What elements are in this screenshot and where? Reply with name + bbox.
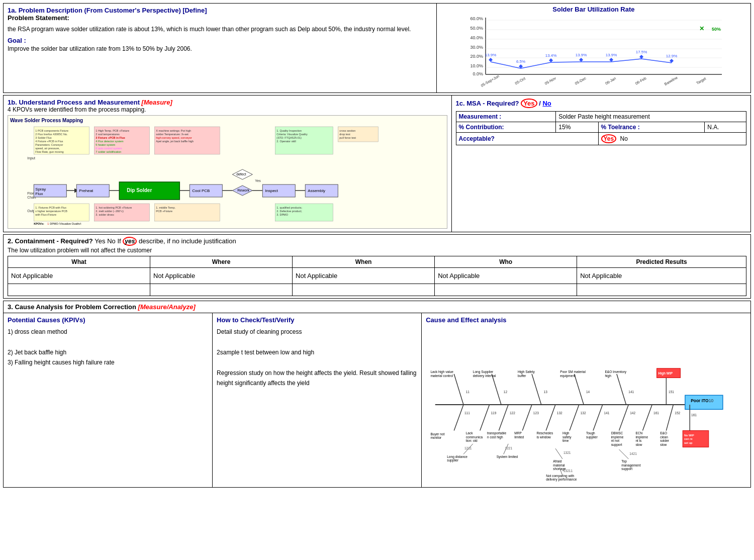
svg-text:2. Operator skill: 2. Operator skill xyxy=(276,140,296,143)
contribution-label: % Contribution: xyxy=(456,122,556,133)
svg-line-176 xyxy=(593,405,603,431)
svg-text:4 Flux detector system: 4 Flux detector system xyxy=(96,140,124,143)
solder-bar-chart-container: Solder Bar Utilization Rate 60.0% 50.0% … xyxy=(437,4,750,92)
section-1a: 1a. Problem Description (From Customer's… xyxy=(4,4,437,92)
row2-when xyxy=(293,284,435,296)
svg-text:1 High Temp. PCB +Fixture: 1 High Temp. PCB +Fixture xyxy=(96,129,129,132)
svg-marker-27 xyxy=(670,59,674,63)
svg-line-171 xyxy=(570,405,579,431)
svg-text:7 solder solidification: 7 solder solidification xyxy=(96,150,121,153)
svg-text:05-Dec: 05-Dec xyxy=(574,76,587,86)
svg-text:n cost high: n cost high xyxy=(487,435,503,439)
svg-text:2. melt solder (~260°c): 2. melt solder (~260°c) xyxy=(96,210,124,213)
svg-text:10: 10 xyxy=(709,398,714,403)
svg-text:clean: clean xyxy=(660,435,668,439)
svg-text:132: 132 xyxy=(557,411,562,415)
col2-item-1: Detail study of cleaning process xyxy=(217,327,417,337)
table-row-2 xyxy=(8,284,746,296)
section-2-title: 2. Containment - Required? Yes No If yes… xyxy=(8,237,746,246)
section-3: 3. Cause Analysis for Problem Correction… xyxy=(3,301,751,488)
svg-text:Flux: Flux xyxy=(35,192,43,196)
svg-text:(STD: FTQA525-01): (STD: FTQA525-01) xyxy=(276,136,302,139)
process-map-svg: Input Flow Chart Output 1 PCB components… xyxy=(10,124,445,225)
containment-table: What Where When Who Predicted Results No… xyxy=(8,256,746,296)
svg-text:buffer: buffer xyxy=(518,374,526,378)
svg-text:monitor: monitor xyxy=(431,436,442,439)
svg-text:slow: slow xyxy=(636,443,642,446)
svg-text:1. Quality Inspection: 1. Quality Inspection xyxy=(276,129,302,132)
svg-text:151: 151 xyxy=(669,390,674,394)
svg-text:1211: 1211 xyxy=(464,446,472,450)
section-1a-title: 1a. Problem Description (From Customer's… xyxy=(8,7,432,14)
solder-bar-chart-svg: 60.0% 50.0% 40.0% 30.0% 20.0% 10.0% 0.0% xyxy=(441,15,746,90)
svg-text:time: time xyxy=(562,439,569,442)
svg-line-126 xyxy=(454,374,463,405)
svg-text:1. Fixtures PCB with Flux: 1. Fixtures PCB with Flux xyxy=(35,206,66,209)
svg-text:DBMSC: DBMSC xyxy=(611,431,623,435)
svg-text:material: material xyxy=(553,463,565,467)
svg-text:111: 111 xyxy=(464,411,470,415)
tolerance-value: N.A. xyxy=(705,122,746,133)
tolerance-label: % Toelrance : xyxy=(598,122,705,133)
svg-text:2 sod temperatures: 2 sod temperatures xyxy=(96,133,120,136)
svg-text:Poor ITO: Poor ITO xyxy=(691,398,709,403)
no-text: No xyxy=(542,100,551,107)
col2-item-2: 2sample t test between low and high xyxy=(217,347,417,357)
svg-text:Lack: Lack xyxy=(466,431,474,435)
svg-text:support: support xyxy=(611,443,622,447)
svg-text:4 Fixture +PCB in Flux: 4 Fixture +PCB in Flux xyxy=(35,140,63,143)
svg-text:13.9%: 13.9% xyxy=(606,53,617,57)
svg-text:161: 161 xyxy=(653,411,659,415)
svg-text:supplier: supplier xyxy=(447,458,459,462)
page-wrapper: 1a. Problem Description (From Customer's… xyxy=(0,0,754,493)
section-1a-goal: Goal : xyxy=(8,37,432,44)
col-predicted: Predicted Results xyxy=(577,256,746,268)
svg-text:132: 132 xyxy=(581,411,586,415)
svg-line-216 xyxy=(619,449,629,459)
svg-text:141: 141 xyxy=(604,411,610,415)
row2-where xyxy=(150,284,293,296)
svg-text:10.0%: 10.0% xyxy=(470,63,483,68)
process-map-title: Wave Solder Process Mapping xyxy=(10,118,445,123)
svg-text:limited: limited xyxy=(514,435,524,439)
svg-text:X machine settings: Pot high: X machine settings: Pot high xyxy=(156,129,191,132)
section-1a-goal-text: Improve the solder bar utilization rate … xyxy=(8,44,432,53)
svg-text:high: high xyxy=(605,374,612,378)
svg-text:20.0%: 20.0% xyxy=(470,54,483,59)
row1-predicted: Not Applicable xyxy=(577,268,746,284)
svg-text:17.5%: 17.5% xyxy=(636,50,647,54)
col1-item-3: 3) Falling height causes high failure ra… xyxy=(8,357,208,367)
svg-text:delivery interval: delivery interval xyxy=(473,374,496,378)
svg-text:support: support xyxy=(621,467,632,471)
section-3-col2: How to Check/Test/Verify Detail study of… xyxy=(213,313,422,487)
svg-text:supplier: supplier xyxy=(586,435,598,439)
svg-text:13.4%: 13.4% xyxy=(545,53,557,58)
col3-header: Cause and Effect analysis xyxy=(426,316,746,324)
fishbone-svg: Poor ITO 10 Lack high value material con… xyxy=(426,327,746,483)
svg-text:Criteria: Visualize Quality: Criteria: Visualize Quality xyxy=(276,133,308,136)
svg-text:Assembly: Assembly xyxy=(308,189,325,193)
svg-text:communica: communica xyxy=(466,435,483,439)
svg-text:60.0%: 60.0% xyxy=(470,16,483,21)
row2-predicted xyxy=(577,284,746,296)
svg-line-180 xyxy=(619,405,629,431)
section-1c-title: 1c. MSA - Required? Yes / No xyxy=(456,99,746,108)
row1-where: Not Applicable xyxy=(150,268,293,284)
svg-text:119: 119 xyxy=(491,411,497,415)
svg-text:Dip Solder: Dip Solder xyxy=(127,188,152,193)
svg-text:set up: set up xyxy=(684,441,693,444)
svg-text:Baseline: Baseline xyxy=(664,75,678,86)
section-1b-title-row: 1b. Understand Process and Measurement [… xyxy=(8,99,447,106)
svg-line-154 xyxy=(480,405,490,431)
svg-line-159 xyxy=(499,405,509,431)
svg-text:05-Nov: 05-Nov xyxy=(544,76,557,86)
svg-text:ECN: ECN xyxy=(636,431,643,435)
svg-text:Cool PCB: Cool PCB xyxy=(192,189,210,193)
svg-text:Target: Target xyxy=(695,76,707,85)
svg-marker-19 xyxy=(549,58,553,62)
svg-text:1. middle Temp.: 1. middle Temp. xyxy=(156,206,175,209)
svg-text:tion: old: tion: old xyxy=(466,439,478,442)
section-1a-body: the RSA program wave solder utilization … xyxy=(8,25,432,34)
svg-marker-25 xyxy=(639,55,643,59)
col-what: What xyxy=(8,256,150,268)
